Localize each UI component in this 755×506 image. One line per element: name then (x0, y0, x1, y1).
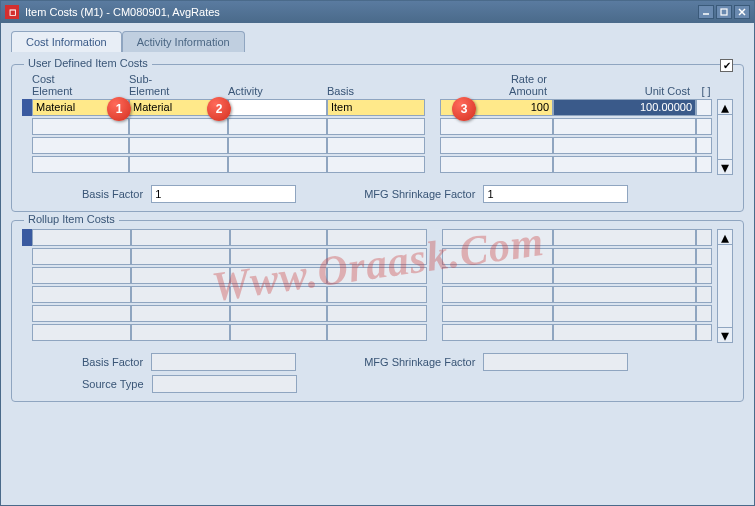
row-checkbox[interactable] (696, 99, 712, 116)
window-frame: ◻ Item Costs (M1) - CM080901, AvgRates W… (0, 0, 755, 506)
table-row[interactable] (22, 248, 712, 265)
table-row[interactable] (22, 229, 712, 246)
table-row[interactable] (22, 118, 712, 135)
source-type-input[interactable] (152, 375, 297, 393)
table-row[interactable] (22, 305, 712, 322)
row-indicator (22, 99, 32, 116)
section-title-rollup: Rollup Item Costs (24, 213, 119, 225)
user-defined-costs-section: User Defined Item Costs ✔ CostElement Su… (11, 64, 744, 212)
maximize-button[interactable] (716, 5, 732, 19)
rollup-mfg-factor-input[interactable] (483, 353, 628, 371)
section-title-user-costs: User Defined Item Costs (24, 57, 152, 69)
basis-field[interactable]: Item (327, 99, 425, 116)
svg-rect-1 (721, 9, 727, 15)
activity-field[interactable] (228, 99, 327, 116)
badge-2: 2 (207, 97, 231, 121)
table-row[interactable] (22, 286, 712, 303)
window-title: Item Costs (M1) - CM080901, AvgRates (25, 6, 698, 18)
scroll-down-icon[interactable]: ▾ (717, 327, 733, 343)
unit-cost-field[interactable]: 100.00000 (553, 99, 696, 116)
tab-activity-information[interactable]: Activity Information (122, 31, 245, 52)
rollup-basis-factor-label: Basis Factor (82, 356, 143, 368)
section-checkbox[interactable]: ✔ (720, 59, 733, 72)
close-button[interactable] (734, 5, 750, 19)
table-row[interactable] (22, 324, 712, 341)
rollup-mfg-factor-label: MFG Shrinkage Factor (364, 356, 475, 368)
scroll-down-icon[interactable]: ▾ (717, 159, 733, 175)
scroll-up-icon[interactable]: ▴ (717, 229, 733, 245)
basis-factor-input[interactable] (151, 185, 296, 203)
titlebar: ◻ Item Costs (M1) - CM080901, AvgRates (1, 1, 754, 23)
app-icon: ◻ (5, 5, 19, 19)
tab-cost-information[interactable]: Cost Information (11, 31, 122, 52)
tab-bar: Cost Information Activity Information (11, 31, 744, 52)
mfg-factor-label: MFG Shrinkage Factor (364, 188, 475, 200)
mfg-factor-input[interactable] (483, 185, 628, 203)
scrollbar[interactable]: ▴ ▾ (716, 229, 733, 343)
content-area: Www.Oraask.Com Cost Information Activity… (1, 23, 754, 505)
badge-1: 1 (107, 97, 131, 121)
table-row[interactable] (22, 137, 712, 154)
table-row[interactable] (22, 156, 712, 173)
badge-3: 3 (452, 97, 476, 121)
rollup-costs-section: Rollup Item Costs ▴ ▾ Ba (11, 220, 744, 402)
basis-factor-label: Basis Factor (82, 188, 143, 200)
scroll-up-icon[interactable]: ▴ (717, 99, 733, 115)
rollup-basis-factor-input[interactable] (151, 353, 296, 371)
source-type-label: Source Type (82, 378, 144, 390)
minimize-button[interactable] (698, 5, 714, 19)
scrollbar[interactable]: ▴ ▾ (716, 99, 733, 175)
table-row[interactable] (22, 267, 712, 284)
grid-header: CostElement Sub-Element Activity Basis R… (22, 73, 733, 97)
